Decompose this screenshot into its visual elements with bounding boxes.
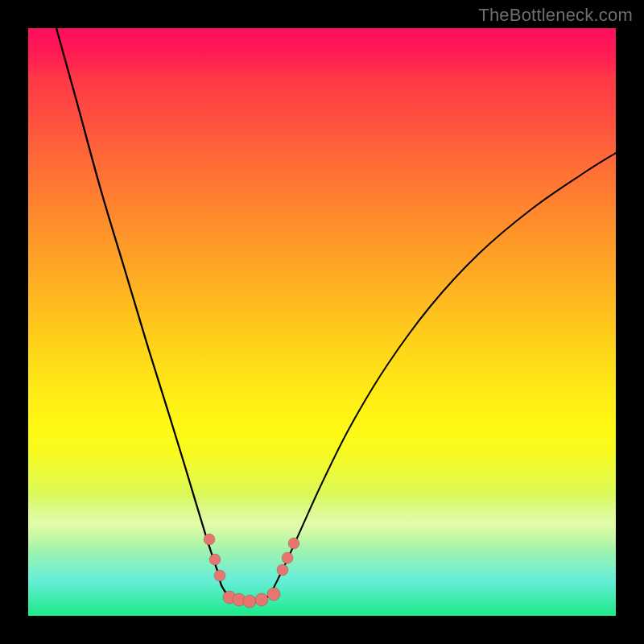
data-marker bbox=[204, 534, 215, 545]
data-marker bbox=[267, 588, 280, 601]
data-marker bbox=[243, 595, 256, 608]
curve-left bbox=[56, 28, 228, 596]
data-marker bbox=[255, 593, 268, 606]
curve-right bbox=[270, 153, 616, 596]
data-marker bbox=[214, 570, 225, 581]
data-marker bbox=[288, 538, 299, 549]
data-marker bbox=[209, 554, 221, 565]
watermark-text: TheBottleneck.com bbox=[478, 5, 633, 26]
plot-area bbox=[28, 28, 616, 616]
chart-svg bbox=[28, 28, 616, 616]
marker-group bbox=[204, 534, 299, 608]
data-marker bbox=[282, 552, 293, 564]
data-marker bbox=[277, 564, 288, 576]
chart-stage: TheBottleneck.com bbox=[0, 0, 644, 644]
